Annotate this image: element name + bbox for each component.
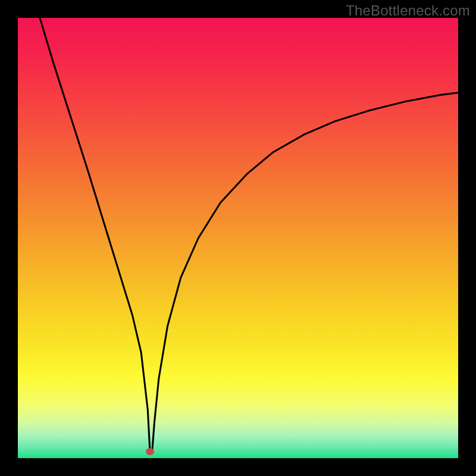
- watermark-text: TheBottleneck.com: [346, 2, 470, 19]
- plot-area: [18, 18, 458, 458]
- chart-frame: TheBottleneck.com: [0, 0, 476, 476]
- chart-svg: [18, 18, 458, 458]
- minimum-marker: [146, 448, 154, 455]
- gradient-background: [18, 18, 458, 458]
